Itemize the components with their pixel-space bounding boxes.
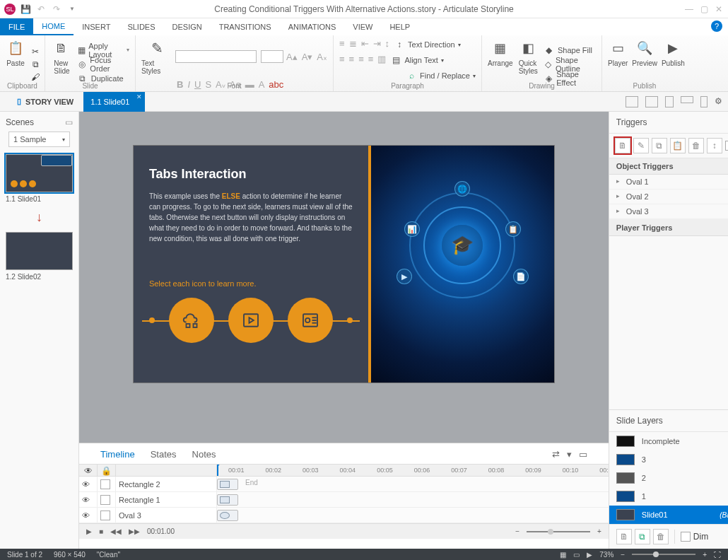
tab-home[interactable]: HOME — [33, 18, 74, 35]
layer-base[interactable]: Slide01(Base Layer)👁 — [609, 506, 728, 524]
zoom-in-icon[interactable]: + — [703, 551, 707, 559]
align-left-icon[interactable]: ≡ — [339, 54, 345, 66]
font-size-select[interactable] — [261, 50, 283, 63]
view-slide-icon[interactable]: ▭ — [573, 551, 580, 559]
tab-file[interactable]: FILE — [0, 18, 33, 35]
tab-view[interactable]: VIEW — [344, 18, 381, 35]
tab-icon-3[interactable] — [288, 298, 333, 343]
fit-icon[interactable]: ⛶ — [714, 551, 721, 559]
justify-icon[interactable]: ≡ — [368, 54, 374, 66]
focus-order-button[interactable]: ◎Focus Order — [77, 58, 129, 71]
timeline-menu-icon[interactable]: ▾ — [567, 449, 572, 460]
minimize-button[interactable]: — — [685, 4, 693, 14]
responsive-phone-landscape-icon[interactable] — [681, 96, 693, 103]
timeline-zoom-slider[interactable] — [527, 531, 590, 532]
edit-trigger-button[interactable]: ✎ — [633, 138, 649, 153]
save-icon[interactable]: 💾 — [20, 4, 31, 15]
responsive-phone-portrait-icon[interactable] — [700, 96, 708, 107]
object-triggers-header[interactable]: Object Triggers≡ — [609, 158, 728, 175]
shape-outline-button[interactable]: ◇Shape Outline — [544, 58, 596, 71]
qat-dropdown-icon[interactable]: ▼ — [66, 4, 78, 15]
tab-transitions[interactable]: TRANSITIONS — [211, 18, 280, 35]
trigger-oval2[interactable]: Oval 2 — [609, 189, 728, 204]
font-family-select[interactable] — [175, 50, 257, 63]
text-direction-button[interactable]: ↕Text Direction▾ — [394, 38, 461, 51]
tab-design[interactable]: DESIGN — [164, 18, 211, 35]
scene-thumb-2[interactable] — [6, 232, 73, 270]
zoom-slider[interactable] — [632, 554, 695, 555]
text-styles-button[interactable]: ✎Text Styles — [141, 38, 172, 75]
shape-fill-button[interactable]: ◆Shape Fill — [544, 44, 596, 57]
shrink-font-icon[interactable]: A▾ — [302, 52, 313, 62]
layer-1[interactable]: 1 — [609, 487, 728, 506]
bullets-icon[interactable]: ≡ — [339, 38, 345, 51]
cut-icon[interactable]: ✂ — [30, 46, 41, 57]
delete-trigger-button[interactable]: 🗑 — [688, 138, 704, 153]
columns-icon[interactable]: ▥ — [377, 54, 386, 66]
align-text-button[interactable]: ▤Align Text▾ — [390, 54, 444, 66]
layer-3[interactable]: 3 — [609, 450, 728, 469]
tab-slides[interactable]: SLIDES — [119, 18, 163, 35]
next-button[interactable]: ▶▶ — [129, 527, 140, 535]
tab-help[interactable]: HELP — [381, 18, 418, 35]
view-grid-icon[interactable]: ▦ — [560, 551, 566, 559]
help-icon[interactable]: ? — [711, 21, 722, 32]
playhead[interactable] — [217, 465, 218, 476]
maximize-button[interactable]: ▢ — [700, 4, 708, 14]
states-tab[interactable]: States — [151, 449, 177, 460]
scenes-menu-icon[interactable]: ▭ — [65, 117, 73, 127]
scene-thumb-1[interactable] — [6, 154, 73, 192]
line-spacing-icon[interactable]: ↕ — [385, 38, 390, 51]
copy-icon[interactable]: ⧉ — [30, 59, 41, 70]
responsive-tablet-landscape-icon[interactable] — [645, 96, 658, 107]
clear-format-icon[interactable]: Aₓ — [317, 52, 327, 62]
tab-icon-2[interactable] — [228, 298, 274, 343]
timeline-row-rect2[interactable]: 👁Rectangle 2 End — [79, 477, 609, 492]
timeline-popout-icon[interactable]: ▭ — [579, 449, 587, 460]
copy-trigger-button[interactable]: ⧉ — [652, 138, 667, 153]
responsive-desktop-icon[interactable] — [626, 96, 638, 107]
group-checkbox[interactable] — [725, 141, 728, 151]
indent-dec-icon[interactable]: ⇤ — [361, 38, 369, 51]
layer-incomplete[interactable]: Incomplete — [609, 432, 728, 450]
delete-layer-button[interactable]: 🗑 — [653, 529, 669, 544]
timeline-zoom-in-icon[interactable]: + — [597, 527, 601, 535]
slide-tab[interactable]: 1.1 Slide01✕ — [83, 92, 145, 112]
timeline-tab[interactable]: Timeline — [100, 449, 135, 460]
trigger-oval1[interactable]: Oval 1 — [609, 175, 728, 189]
player-triggers-header[interactable]: Player Triggers⤢ — [609, 219, 728, 236]
story-view-tab[interactable]: ▯STORY VIEW — [0, 92, 83, 112]
zoom-out-icon[interactable]: − — [621, 551, 625, 559]
prev-button[interactable]: ◀◀ — [110, 527, 122, 535]
redo-icon[interactable]: ↷ — [51, 4, 62, 15]
scene-select[interactable]: 1 Sample▾ — [8, 132, 70, 147]
trigger-oval3[interactable]: Oval 3 — [609, 204, 728, 219]
numbering-icon[interactable]: ≣ — [349, 38, 357, 51]
duplicate-layer-button[interactable]: ⧉ — [635, 529, 650, 544]
undo-icon[interactable]: ↶ — [35, 4, 47, 15]
apply-layout-button[interactable]: ▦Apply Layout▾ — [77, 44, 129, 57]
timeline-ruler[interactable]: 00:0100:0200:0300:0400:0500:0600:0700:08… — [217, 465, 609, 476]
timeline-row-rect1[interactable]: 👁Rectangle 1 — [79, 492, 609, 508]
stop-button[interactable]: ■ — [99, 527, 103, 535]
grow-font-icon[interactable]: A▴ — [286, 52, 298, 62]
reorder-trigger-button[interactable]: ↕ — [707, 138, 722, 153]
close-tab-icon[interactable]: ✕ — [136, 93, 142, 100]
close-button[interactable]: ✕ — [715, 4, 722, 14]
layer-2[interactable]: 2 — [609, 469, 728, 487]
play-button[interactable]: ▶ — [86, 527, 92, 535]
tab-icon-1[interactable] — [169, 298, 214, 343]
slide-canvas[interactable]: Tabs Interaction This example uses the E… — [134, 146, 554, 383]
timeline-zoom-out-icon[interactable]: − — [515, 527, 519, 535]
new-layer-button[interactable]: 🗎 — [616, 529, 632, 544]
view-preview-icon[interactable]: ▶ — [587, 551, 592, 559]
align-center-icon[interactable]: ≡ — [349, 54, 355, 66]
align-right-icon[interactable]: ≡ — [358, 54, 364, 66]
timeline-link-icon[interactable]: ⇄ — [552, 449, 560, 460]
dim-checkbox[interactable] — [681, 532, 691, 542]
indent-inc-icon[interactable]: ⇥ — [373, 38, 381, 51]
tab-insert[interactable]: INSERT — [74, 18, 119, 35]
tab-animations[interactable]: ANIMATIONS — [280, 18, 345, 35]
paste-trigger-button[interactable]: 📋 — [670, 138, 686, 153]
timeline-row-oval3[interactable]: 👁Oval 3 — [79, 508, 609, 523]
